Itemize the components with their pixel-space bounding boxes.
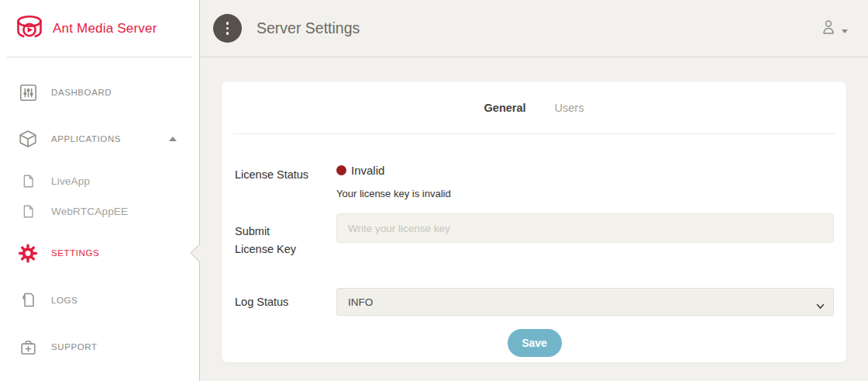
sidebar-item-liveapp[interactable]: LiveApp bbox=[0, 167, 199, 195]
license-key-label: Submit License Key bbox=[235, 213, 336, 258]
sidebar-item-settings[interactable]: SETTINGS bbox=[0, 236, 199, 270]
license-key-row: Submit License Key bbox=[235, 213, 834, 258]
save-button[interactable]: Save bbox=[508, 329, 562, 357]
tab-users[interactable]: Users bbox=[555, 102, 584, 114]
sidebar-item-label: LiveApp bbox=[51, 175, 90, 187]
sidebar-item-label: WebRTCAppEE bbox=[51, 206, 128, 217]
log-status-row: Log Status INFO bbox=[235, 288, 834, 316]
caret-down-icon bbox=[842, 29, 848, 33]
sidebar-item-webrtcappee[interactable]: WebRTCAppEE bbox=[0, 197, 199, 225]
license-status-row: License Status Invalid Your license key … bbox=[235, 164, 834, 199]
sidebar-item-label: APPLICATIONS bbox=[51, 134, 121, 144]
collapse-up-caret-icon[interactable] bbox=[169, 137, 177, 141]
page-title: Server Settings bbox=[257, 19, 360, 37]
menu-toggle-button[interactable] bbox=[213, 14, 242, 43]
ant-media-logo-icon bbox=[12, 13, 46, 44]
tabs: General Users bbox=[222, 81, 846, 133]
topbar: Server Settings bbox=[200, 0, 868, 57]
license-key-input[interactable] bbox=[336, 213, 834, 243]
settings-form: License Status Invalid Your license key … bbox=[222, 134, 846, 357]
kebab-menu-icon bbox=[226, 22, 229, 35]
license-status-label: License Status bbox=[235, 164, 336, 199]
file-icon bbox=[18, 201, 38, 221]
invalid-status-dot-icon bbox=[336, 165, 346, 175]
user-icon bbox=[819, 18, 838, 40]
sidebar-item-label: SETTINGS bbox=[51, 248, 99, 258]
sidebar-item-applications[interactable]: APPLICATIONS bbox=[0, 122, 199, 156]
sidebar-nav: DASHBOARD APPLICATIONS LiveApp bbox=[0, 57, 199, 364]
sliders-icon bbox=[18, 82, 38, 102]
sidebar-item-support[interactable]: SUPPORT bbox=[0, 330, 199, 364]
sidebar-item-label: DASHBOARD bbox=[51, 88, 112, 97]
logs-icon bbox=[18, 290, 38, 310]
gear-icon bbox=[18, 243, 38, 263]
sidebar-item-dashboard[interactable]: DASHBOARD bbox=[0, 75, 199, 109]
support-icon bbox=[18, 337, 38, 357]
brand[interactable]: Ant Media Server bbox=[0, 0, 199, 57]
file-icon bbox=[18, 171, 38, 191]
settings-card: General Users License Status Invalid You… bbox=[222, 81, 846, 362]
tab-general[interactable]: General bbox=[484, 102, 526, 114]
sidebar-item-label: LOGS bbox=[51, 296, 78, 305]
license-status-value: Invalid bbox=[351, 164, 384, 177]
main-area: Server Settings General Users License St… bbox=[200, 0, 868, 381]
box-icon bbox=[18, 129, 38, 149]
log-status-select[interactable]: INFO bbox=[336, 288, 834, 316]
log-status-label: Log Status bbox=[235, 293, 336, 311]
user-menu[interactable] bbox=[819, 18, 848, 40]
brand-name: Ant Media Server bbox=[53, 21, 157, 36]
sidebar-item-label: SUPPORT bbox=[51, 342, 98, 352]
license-status-description: Your license key is invalid bbox=[336, 188, 834, 199]
sidebar: Ant Media Server DASHBOARD bbox=[0, 0, 200, 381]
sidebar-item-logs[interactable]: LOGS bbox=[0, 283, 199, 317]
